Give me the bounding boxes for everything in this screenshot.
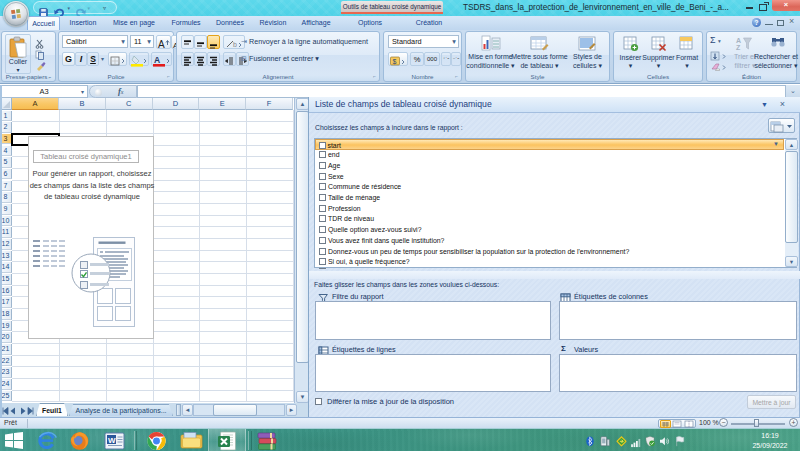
svg-text:A: A: [736, 37, 741, 44]
svg-text:A: A: [154, 55, 160, 65]
svg-text:$: $: [393, 58, 397, 65]
svg-text:A: A: [158, 39, 165, 50]
svg-text:Z: Z: [736, 44, 741, 51]
svg-text:W: W: [108, 436, 116, 445]
svg-text:b: b: [233, 41, 237, 48]
